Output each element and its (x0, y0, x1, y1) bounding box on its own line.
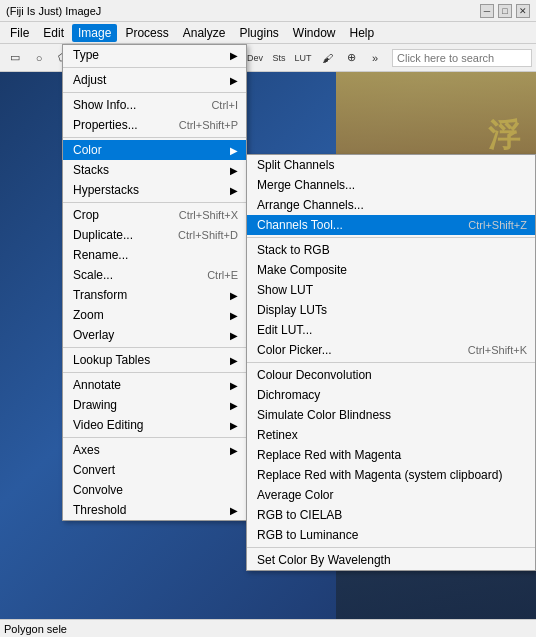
menu-bar: File Edit Image Process Analyze Plugins … (0, 22, 536, 44)
menu-axes[interactable]: Axes ▶ (63, 440, 246, 460)
arrow-icon: ▶ (230, 420, 238, 431)
maximize-button[interactable]: □ (498, 4, 512, 18)
menu-rename[interactable]: Rename... (63, 245, 246, 265)
separator (63, 347, 246, 348)
separator (63, 67, 246, 68)
arrow-icon: ▶ (230, 75, 238, 86)
title-bar: (Fiji Is Just) ImageJ ─ □ ✕ (0, 0, 536, 22)
menu-help[interactable]: Help (344, 24, 381, 42)
separator (63, 202, 246, 203)
menu-replace-red-magenta-clipboard[interactable]: Replace Red with Magenta (system clipboa… (247, 465, 535, 485)
menu-overlay[interactable]: Overlay ▶ (63, 325, 246, 345)
menu-window[interactable]: Window (287, 24, 342, 42)
menu-drawing[interactable]: Drawing ▶ (63, 395, 246, 415)
menu-crop[interactable]: Crop Ctrl+Shift+X (63, 205, 246, 225)
menu-type[interactable]: Type ▶ (63, 45, 246, 65)
menu-process[interactable]: Process (119, 24, 174, 42)
menu-plugins[interactable]: Plugins (233, 24, 284, 42)
tool-oval[interactable]: ○ (28, 47, 50, 69)
arrow-icon: ▶ (230, 185, 238, 196)
arrow-icon: ▶ (230, 380, 238, 391)
window-title: (Fiji Is Just) ImageJ (6, 5, 101, 17)
menu-display-luts[interactable]: Display LUTs (247, 300, 535, 320)
menu-edit-lut[interactable]: Edit LUT... (247, 320, 535, 340)
arrow-icon: ▶ (230, 290, 238, 301)
menu-color[interactable]: Color ▶ (63, 140, 246, 160)
menu-dichromacy[interactable]: Dichromacy (247, 385, 535, 405)
tool-rectangle[interactable]: ▭ (4, 47, 26, 69)
menu-adjust[interactable]: Adjust ▶ (63, 70, 246, 90)
arrow-icon: ▶ (230, 50, 238, 61)
image-menu: Type ▶ Adjust ▶ Show Info... Ctrl+I Prop… (62, 44, 247, 521)
separator (247, 362, 535, 363)
menu-show-lut[interactable]: Show LUT (247, 280, 535, 300)
menu-edit[interactable]: Edit (37, 24, 70, 42)
menu-transform[interactable]: Transform ▶ (63, 285, 246, 305)
menu-show-info[interactable]: Show Info... Ctrl+I (63, 95, 246, 115)
tool-brush[interactable]: 🖌 (316, 47, 338, 69)
menu-duplicate[interactable]: Duplicate... Ctrl+Shift+D (63, 225, 246, 245)
menu-image[interactable]: Image (72, 24, 117, 42)
menu-channels-tool[interactable]: Channels Tool... Ctrl+Shift+Z (247, 215, 535, 235)
menu-merge-channels[interactable]: Merge Channels... (247, 175, 535, 195)
menu-convert[interactable]: Convert (63, 460, 246, 480)
separator (247, 547, 535, 548)
menu-set-color-by-wavelength[interactable]: Set Color By Wavelength (247, 550, 535, 570)
close-button[interactable]: ✕ (516, 4, 530, 18)
search-input[interactable] (392, 49, 532, 67)
menu-video-editing[interactable]: Video Editing ▶ (63, 415, 246, 435)
arrow-icon: ▶ (230, 165, 238, 176)
separator (63, 137, 246, 138)
menu-arrange-channels[interactable]: Arrange Channels... (247, 195, 535, 215)
menu-hyperstacks[interactable]: Hyperstacks ▶ (63, 180, 246, 200)
arrow-icon: ▶ (230, 145, 238, 156)
menu-rgb-to-cielab[interactable]: RGB to CIELAB (247, 505, 535, 525)
tool-sts[interactable]: Sts (268, 47, 290, 69)
menu-threshold[interactable]: Threshold ▶ (63, 500, 246, 520)
arrow-icon: ▶ (230, 310, 238, 321)
menu-rgb-to-luminance[interactable]: RGB to Luminance (247, 525, 535, 545)
status-bar: Polygon sele (0, 619, 536, 637)
status-text: Polygon sele (4, 623, 67, 635)
menu-color-picker[interactable]: Color Picker... Ctrl+Shift+K (247, 340, 535, 360)
menu-annotate[interactable]: Annotate ▶ (63, 375, 246, 395)
color-submenu: Split Channels Merge Channels... Arrange… (246, 154, 536, 571)
menu-split-channels[interactable]: Split Channels (247, 155, 535, 175)
tool-more[interactable]: » (364, 47, 386, 69)
separator (63, 92, 246, 93)
arrow-icon: ▶ (230, 445, 238, 456)
menu-replace-red-magenta[interactable]: Replace Red with Magenta (247, 445, 535, 465)
separator (63, 437, 246, 438)
minimize-button[interactable]: ─ (480, 4, 494, 18)
menu-stack-to-rgb[interactable]: Stack to RGB (247, 240, 535, 260)
separator (247, 237, 535, 238)
menu-make-composite[interactable]: Make Composite (247, 260, 535, 280)
menu-average-color[interactable]: Average Color (247, 485, 535, 505)
menu-file[interactable]: File (4, 24, 35, 42)
tool-extra[interactable]: ⊕ (340, 47, 362, 69)
arrow-icon: ▶ (230, 330, 238, 341)
menu-properties[interactable]: Properties... Ctrl+Shift+P (63, 115, 246, 135)
menu-stacks[interactable]: Stacks ▶ (63, 160, 246, 180)
title-bar-controls: ─ □ ✕ (480, 4, 530, 18)
menu-analyze[interactable]: Analyze (177, 24, 232, 42)
menu-retinex[interactable]: Retinex (247, 425, 535, 445)
menu-zoom[interactable]: Zoom ▶ (63, 305, 246, 325)
menu-colour-deconvolution[interactable]: Colour Deconvolution (247, 365, 535, 385)
tool-lut[interactable]: LUT (292, 47, 314, 69)
arrow-icon: ▶ (230, 400, 238, 411)
arrow-icon: ▶ (230, 355, 238, 366)
tool-dev[interactable]: Dev (244, 47, 266, 69)
arrow-icon: ▶ (230, 505, 238, 516)
menu-scale[interactable]: Scale... Ctrl+E (63, 265, 246, 285)
menu-lookup-tables[interactable]: Lookup Tables ▶ (63, 350, 246, 370)
menu-simulate-color-blindness[interactable]: Simulate Color Blindness (247, 405, 535, 425)
menu-convolve[interactable]: Convolve (63, 480, 246, 500)
separator (63, 372, 246, 373)
